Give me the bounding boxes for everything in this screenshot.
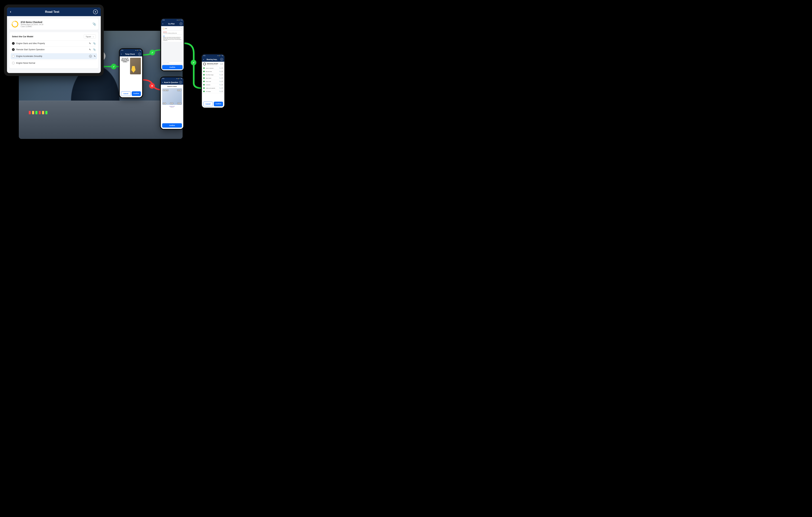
tablet-header: ‹ Road Test + <box>7 7 101 16</box>
add-icon[interactable]: + <box>89 55 92 58</box>
attachment-icon[interactable]: 📎 <box>219 87 221 89</box>
checklist-item[interactable]: ✓ Flow Rate Gauge 📎💬 <box>202 73 224 77</box>
progress-counter: 2/10 Items Checked <box>21 21 43 24</box>
status-check-icon: ✓ <box>203 71 205 72</box>
status-check-icon: ✓ <box>203 87 205 89</box>
phone-asset: 9:41••• ⚡ ᯤ ■ ‹ Asset In Question + Asse… <box>160 77 184 130</box>
phone-status-bar: 9:41••• ⚡ ᯤ ■ <box>120 49 142 52</box>
flow-node-check-1: ✓ <box>111 64 116 69</box>
tablet-body: 2/10 Items Checked Started April 10,2019… <box>7 16 101 73</box>
asset-label-bearing: Bearing <box>177 103 181 104</box>
asset-label-actuator: Actuator <box>177 89 181 91</box>
checklist-item[interactable]: ✓ Barcode Scan 📎💬 <box>202 70 224 73</box>
add-button[interactable]: + <box>138 53 141 55</box>
attachment-icon[interactable]: 📎 <box>219 67 221 69</box>
item-label: Lubricants <box>206 84 219 85</box>
checklist-item[interactable]: Engine Noise Normal <box>12 60 96 66</box>
phone-status-bar: 9:41••• ⚡ ᯤ ■ <box>161 19 183 22</box>
comment-icon[interactable]: 💬 <box>222 78 223 79</box>
dropdown-value: Tiguan <box>86 36 91 37</box>
progress-card: 2/10 Items Checked Started April 10,2019… <box>9 19 98 30</box>
chat-message-iris: IRIS Based on the relevant documents pro… <box>162 35 182 42</box>
comment-icon[interactable]: 💬 <box>222 71 223 72</box>
status-check-icon: ✓ <box>203 74 205 76</box>
brand-label: SymphonyAI Industrial <box>161 105 183 109</box>
comment-icon[interactable]: 💬 <box>222 67 223 69</box>
flow-node-check-3: ✓ <box>191 60 196 65</box>
checklist-item[interactable]: ✓ Asset In Question 📎💬 <box>202 66 224 70</box>
item-label: Barcode Scan <box>206 71 219 72</box>
asset-diagram: Power Supply Actuator Motor Pump Bearing <box>162 88 182 105</box>
checklist-item[interactable]: Engine Accelerates Smoothly +✎ <box>11 53 97 59</box>
iris-label: IRIS <box>165 28 167 29</box>
progress-started: Started May 08,2024, 14:00 <box>207 64 218 65</box>
item-label: Oil Change <box>206 91 219 92</box>
confirm-button[interactable]: Confirm <box>214 102 223 106</box>
progress-counter: 10/10 items checked <box>207 63 218 64</box>
edit-icon[interactable]: ✎ <box>94 55 96 58</box>
phone-bearing: 9:41••• ⚡ ᯤ ■ ‹ Bearing Insp.. + 10/10 i… <box>201 54 225 109</box>
checklist-item[interactable]: ✓ Lubricants 📎💬 <box>202 83 224 86</box>
attachment-icon[interactable]: 📎 <box>219 74 221 76</box>
comment-icon[interactable]: 💬 <box>222 87 223 89</box>
send-icon[interactable]: › <box>181 62 182 63</box>
tablet-screen: ‹ Road Test + 2/10 Items Checked Started… <box>7 7 101 73</box>
edit-icon[interactable]: ✎ <box>89 48 91 51</box>
back-button[interactable]: ‹ <box>10 10 11 14</box>
asset-label-pump: Pump <box>170 103 173 104</box>
item-label: Flow Rate Gauge <box>206 74 219 75</box>
add-button[interactable]: + <box>93 9 98 14</box>
add-button[interactable]: + <box>220 58 223 61</box>
asset-label-motor: Motor <box>163 103 166 104</box>
form-card: Select the Car Model Tiguan ⌄ ✓ Engine S… <box>9 32 98 68</box>
checklist-item[interactable]: ✕ Remote Start System Operation ✎📎 <box>12 47 96 53</box>
tablet-device: ‹ Road Test + 2/10 Items Checked Started… <box>4 4 104 76</box>
status-check-icon: ✓ <box>203 81 205 82</box>
phone-status-bar: 9:41••• ⚡ ᯤ ■ <box>161 77 183 80</box>
page-title: Bearing Insp.. <box>204 59 220 60</box>
attachment-icon[interactable]: 📎 <box>219 91 221 92</box>
progress-case: Case:123ABC <box>21 25 43 27</box>
minimize-icon[interactable]: — ✕ <box>180 28 182 29</box>
item-label: Temp Check <box>206 78 219 79</box>
checklist-item[interactable]: ✓ Engine Starts and Idles Properly ✎📎 <box>12 40 96 47</box>
message-text: Based on the relevant documents provided… <box>163 37 182 41</box>
confirm-button[interactable]: Confirm <box>132 91 141 96</box>
comment-icon[interactable]: 💬 <box>222 81 223 82</box>
phone-status-bar: 9:41••• ⚡ ᯤ ■ <box>202 54 224 57</box>
checklist-item[interactable]: ✓ Collars and Labyrinth 📎💬 <box>202 86 224 90</box>
form-label: Select the Car Model <box>12 35 33 38</box>
cancel-button[interactable]: Cancel <box>121 91 131 96</box>
edit-icon[interactable]: ✎ <box>89 42 91 45</box>
chat-input[interactable]: Type Your Query › <box>162 61 182 64</box>
checklist-item[interactable]: ✓ Oil Change 📎💬 <box>202 90 224 93</box>
comment-icon[interactable]: 💬 <box>222 91 223 92</box>
status-check-icon: ✓ <box>203 77 205 79</box>
asset-subtitle: Asset to check <box>161 85 183 88</box>
attachment-icon[interactable]: 📎 <box>93 48 96 51</box>
attachment-icon[interactable]: 📎 <box>219 81 221 82</box>
attachment-icon[interactable]: 📎 💬 <box>220 63 223 65</box>
confirm-button[interactable]: Confirm <box>162 65 182 69</box>
iris-icon <box>163 28 165 29</box>
comment-icon[interactable]: 💬 <box>222 84 223 86</box>
chevron-down-icon: ⌄ <box>92 35 94 37</box>
cancel-button[interactable]: Cancel <box>203 102 213 106</box>
attachment-icon[interactable]: 📎 <box>93 42 96 45</box>
car-model-dropdown[interactable]: Tiguan ⌄ <box>84 34 96 38</box>
iris-header: IRIS — ✕ <box>162 27 182 30</box>
ir-gun-photo <box>130 58 141 74</box>
add-button[interactable]: + <box>179 81 182 84</box>
add-button[interactable]: + <box>180 23 182 25</box>
item-label: Collars and Labyrinth <box>206 88 219 89</box>
attachment-icon[interactable]: 📎 <box>219 71 221 72</box>
checklist-item[interactable]: ✓ Noise Level 📎💬 <box>202 80 224 83</box>
confirm-button[interactable]: Confirm <box>162 123 182 127</box>
flow-node-check-2: ✓ <box>150 50 155 55</box>
attachment-icon[interactable]: 📎 <box>92 22 96 26</box>
attachment-icon[interactable]: 📎 <box>219 78 221 79</box>
comment-icon[interactable]: 💬 <box>222 74 223 76</box>
checklist-item[interactable]: ✓ Temp Check 📎💬 <box>202 77 224 80</box>
item-label: Asset In Question <box>206 68 219 69</box>
attachment-icon[interactable]: 📎 <box>219 84 221 86</box>
